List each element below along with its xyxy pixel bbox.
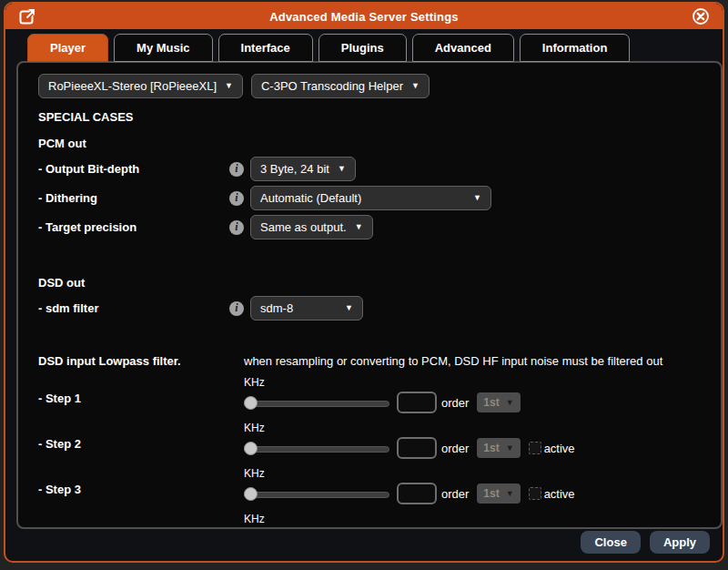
lowpass-step-4-row: - Step 4 KHz order 1st ▼	[38, 513, 708, 529]
step-2-active-checkbox[interactable]	[529, 442, 541, 454]
khz-unit-label: KHz	[244, 513, 575, 525]
output-bit-depth-label: - Output Bit-depth	[38, 162, 229, 176]
player-settings-panel: RoPieeeXL-Stereo [RoPieeeXL] ▼ C-3PO Tra…	[16, 61, 723, 529]
step-3-active-checkbox[interactable]	[529, 487, 541, 500]
dsd-lowpass-heading-row: DSD input Lowpass filter. when resamplin…	[38, 354, 708, 368]
step-2-order-select[interactable]: 1st ▼	[477, 438, 520, 458]
step-4-label: - Step 4	[38, 513, 244, 529]
chevron-down-icon: ▼	[338, 165, 346, 173]
step-1-label: - Step 1	[38, 376, 244, 413]
slider-track[interactable]	[244, 446, 389, 453]
dsd-lowpass-heading: DSD input Lowpass filter.	[38, 354, 244, 368]
step-3-order-select[interactable]: 1st ▼	[477, 483, 520, 504]
order-value: 1st	[483, 487, 499, 500]
tab-interface[interactable]: Interface	[218, 34, 313, 62]
order-label: order	[441, 487, 469, 501]
output-bit-depth-select[interactable]: 3 Byte, 24 bit ▼	[250, 157, 356, 181]
chevron-down-icon: ▼	[473, 194, 481, 202]
step-1-frequency-slider[interactable]	[244, 395, 389, 411]
dithering-value: Automatic (Default)	[260, 191, 361, 205]
step-4-frequency-input[interactable]	[397, 528, 437, 529]
khz-unit-label: KHz	[244, 422, 575, 434]
target-precision-row: - Target precision i Same as output. ▼	[38, 215, 708, 239]
slider-handle[interactable]	[244, 442, 258, 455]
chevron-down-icon: ▼	[506, 490, 514, 498]
slider-handle[interactable]	[244, 396, 258, 410]
helper-select[interactable]: C-3PO Transcoding Helper ▼	[251, 74, 430, 98]
zone-selector-row: RoPieeeXL-Stereo [RoPieeeXL] ▼ C-3PO Tra…	[38, 74, 708, 98]
dsd-lowpass-note: when resampling or converting to PCM, DS…	[244, 354, 662, 368]
slider-handle[interactable]	[244, 487, 258, 501]
lowpass-step-2-row: - Step 2 KHz order 1st ▼	[38, 422, 708, 459]
close-icon[interactable]	[692, 7, 710, 25]
dithering-row: - Dithering i Automatic (Default) ▼	[38, 186, 708, 210]
dithering-select[interactable]: Automatic (Default) ▼	[250, 186, 491, 210]
step-2-label: - Step 2	[38, 422, 244, 459]
chevron-down-icon: ▼	[411, 82, 420, 90]
info-icon[interactable]: i	[229, 162, 244, 177]
target-precision-select[interactable]: Same as output. ▼	[250, 215, 373, 239]
special-cases-heading: SPECIAL CASES	[38, 110, 708, 124]
close-button[interactable]: Close	[581, 531, 640, 554]
khz-unit-label: KHz	[244, 467, 575, 480]
lowpass-step-1-row: - Step 1 KHz order 1st ▼	[38, 376, 708, 413]
step-2-frequency-input[interactable]	[397, 437, 437, 459]
step-3-frequency-slider[interactable]	[244, 486, 389, 502]
sdm-filter-label: - sdm filter	[38, 301, 229, 315]
step-3-label: - Step 3	[38, 467, 244, 504]
sdm-filter-select[interactable]: sdm-8 ▼	[250, 296, 363, 321]
dialog-title: Advanced Media Server Settings	[5, 10, 723, 24]
tab-bar: Player My Music Interface Plugins Advanc…	[5, 29, 723, 62]
order-value: 1st	[483, 396, 499, 409]
active-label: active	[544, 487, 575, 501]
tab-information[interactable]: Information	[520, 34, 631, 62]
chevron-down-icon: ▼	[506, 444, 514, 453]
chevron-down-icon: ▼	[225, 82, 233, 90]
titlebar: Advanced Media Server Settings	[5, 4, 723, 29]
step-2-frequency-slider[interactable]	[244, 441, 389, 456]
sdm-filter-value: sdm-8	[260, 301, 293, 315]
slider-track[interactable]	[244, 492, 389, 498]
output-bit-depth-value: 3 Byte, 24 bit	[260, 162, 329, 176]
step-3-frequency-input[interactable]	[397, 483, 437, 504]
chevron-down-icon: ▼	[506, 399, 514, 407]
target-precision-value: Same as output.	[260, 220, 347, 234]
chevron-down-icon: ▼	[345, 304, 353, 312]
chevron-down-icon: ▼	[355, 223, 363, 231]
screen: Advanced Media Server Settings Player My…	[0, 0, 728, 570]
zone-select[interactable]: RoPieeeXL-Stereo [RoPieeeXL] ▼	[38, 74, 243, 98]
helper-select-value: C-3PO Transcoding Helper	[261, 79, 403, 93]
order-label: order	[441, 396, 469, 410]
lowpass-step-3-row: - Step 3 KHz order 1st ▼	[38, 467, 708, 504]
dialog-footer: Close Apply	[581, 531, 710, 554]
step-1-frequency-input[interactable]	[397, 392, 437, 413]
dsd-out-heading: DSD out	[38, 276, 708, 290]
active-label: active	[544, 442, 575, 455]
advanced-media-server-settings-dialog: Advanced Media Server Settings Player My…	[4, 2, 724, 563]
slider-track[interactable]	[244, 401, 389, 407]
order-label: order	[441, 442, 469, 455]
tab-player[interactable]: Player	[27, 34, 108, 62]
target-precision-label: - Target precision	[38, 220, 229, 234]
zone-select-value: RoPieeeXL-Stereo [RoPieeeXL]	[48, 79, 217, 93]
output-bit-depth-row: - Output Bit-depth i 3 Byte, 24 bit ▼	[38, 157, 708, 181]
info-icon[interactable]: i	[229, 220, 244, 235]
sdm-filter-row: - sdm filter i sdm-8 ▼	[38, 296, 708, 321]
step-1-order-select[interactable]: 1st ▼	[477, 392, 520, 412]
pcm-out-heading: PCM out	[38, 137, 708, 150]
tab-my-music[interactable]: My Music	[114, 34, 213, 62]
order-value: 1st	[483, 442, 499, 454]
tab-advanced[interactable]: Advanced	[412, 34, 514, 62]
info-icon[interactable]: i	[229, 191, 244, 206]
apply-button[interactable]: Apply	[650, 531, 710, 554]
open-external-icon[interactable]	[18, 7, 36, 25]
tab-plugins[interactable]: Plugins	[318, 34, 407, 62]
khz-unit-label: KHz	[244, 376, 521, 389]
dithering-label: - Dithering	[38, 191, 229, 205]
info-icon[interactable]: i	[229, 301, 244, 316]
